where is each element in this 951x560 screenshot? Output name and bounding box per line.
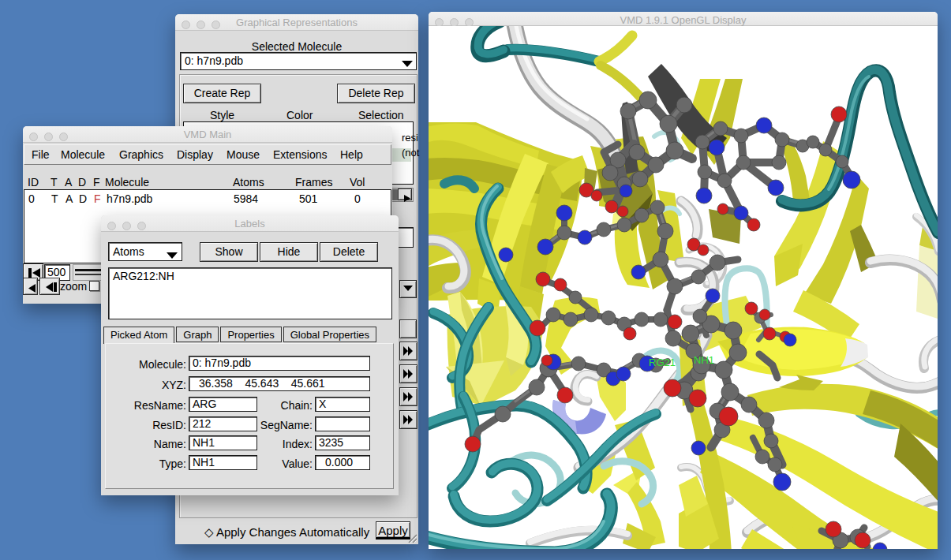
svg-text:RG21: RG21 — [649, 357, 676, 368]
svg-text:NH1: NH1 — [694, 354, 714, 366]
